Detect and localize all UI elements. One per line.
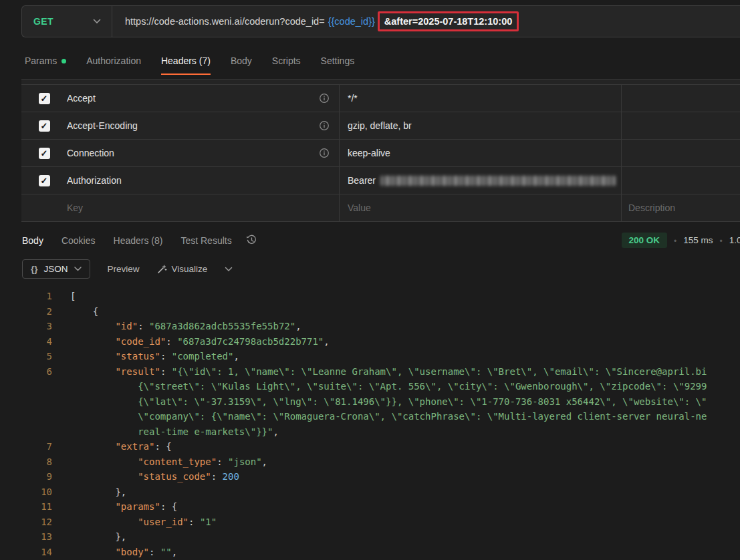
status-badge[interactable]: 200 OK [622,233,668,248]
response-tab-body[interactable]: Body [22,235,43,246]
checkbox-cell [21,175,67,186]
tab-label: Body [231,55,252,66]
tab-params[interactable]: Params [25,55,66,75]
row-checkbox[interactable] [39,175,50,186]
code-line: 4 "code_id": "687a3d7c24798acb5d22b771", [0,334,740,349]
value-cell: Bearer [340,167,622,194]
code-line: {\"street\": \"Kulas Light\", \"suite\":… [0,379,740,394]
key-cell: Connection [67,140,340,166]
value-placeholder[interactable]: Value [348,202,371,213]
separator-dot [720,235,723,246]
line-number: 6 [0,364,52,380]
tab-headers[interactable]: Headers (7) [161,55,211,75]
info-icon[interactable] [319,148,330,158]
code-line: 10 }, [0,484,740,500]
key-cell: Accept [67,85,340,112]
key-placeholder[interactable]: Key [67,202,83,213]
response-size[interactable]: 1.03 [729,235,740,245]
response-tab-headers[interactable]: Headers (8) [114,235,163,246]
line-number: 7 [0,439,52,454]
tab-label: Settings [321,55,355,66]
response-tab-test-results[interactable]: Test Results [180,235,231,246]
header-key[interactable]: Accept [67,93,96,104]
method-select[interactable]: GET [22,6,112,37]
redacted-token [380,176,616,186]
magic-wand-icon [157,264,167,274]
header-row-empty: Key Value Description [21,194,740,222]
value-cell: gzip, deflate, br [340,112,622,139]
header-key[interactable]: Authorization [67,175,122,186]
tab-settings[interactable]: Settings [321,55,355,75]
line-number: 9 [0,469,52,484]
headers-table: Accept */* Accept-Encoding gzip, deflate… [21,79,740,222]
format-select[interactable]: {} JSON [22,259,90,279]
value-cell: Value [340,194,622,221]
code-line: \"company\": {\"name\": \"Romaguera-Cron… [0,409,740,424]
line-number: 12 [0,515,52,530]
chevron-down-icon [93,19,101,24]
braces-icon: {} [31,264,38,274]
header-value[interactable]: Bearer [348,175,376,186]
header-row-authorization: Authorization Bearer [21,167,740,194]
description-cell[interactable] [622,85,740,112]
response-tab-cookies[interactable]: Cookies [61,235,96,246]
code-line: 5 "status": "completed", [0,349,740,364]
tab-label: Scripts [272,55,301,66]
description-cell[interactable] [622,112,740,139]
url-bar: GET https://code-actions.weni.ai/coderun… [21,5,740,37]
checkbox-cell [21,93,67,104]
tab-authorization[interactable]: Authorization [86,55,141,75]
line-number [0,409,52,424]
row-checkbox[interactable] [39,120,50,132]
url-variable: {{code_id}} [328,16,375,27]
url-input[interactable]: https://code-actions.weni.ai/coderun?cod… [112,11,519,31]
url-base-text: https://code-actions.weni.ai/coderun?cod… [125,16,325,27]
line-number: 3 [0,319,52,334]
line-number: 13 [0,529,52,545]
postman-app: GET https://code-actions.weni.ai/coderun… [0,5,740,559]
key-cell: Accept-Encoding [67,112,340,139]
visualize-button[interactable]: Visualize [157,264,208,274]
header-value[interactable]: gzip, deflate, br [348,120,412,131]
header-row-accept: Accept */* [21,85,740,112]
header-row-connection: Connection keep-alive [21,140,740,167]
tab-body[interactable]: Body [231,55,252,75]
key-cell: Key [67,194,340,221]
chevron-down-icon [74,267,82,271]
code-line: 9 "status_code": 200 [0,469,740,484]
preview-button[interactable]: Preview [108,264,140,274]
line-number [0,379,52,394]
header-value[interactable]: keep-alive [348,148,390,158]
chevron-down-icon[interactable] [225,267,233,272]
response-tabs: Body Cookies Headers (8) Test Results 20… [22,233,740,248]
tab-label: Authorization [86,55,141,66]
line-number: 5 [0,349,52,364]
url-highlight-annotation: &after=2025-07-18T12:10:00 [378,11,519,31]
header-value[interactable]: */* [348,93,358,104]
code-line: 11 "params": { [0,499,740,515]
row-checkbox[interactable] [39,93,50,104]
response-time[interactable]: 155 ms [683,235,713,245]
line-number: 2 [0,304,52,319]
info-icon[interactable] [319,120,330,131]
description-placeholder[interactable]: Description [628,202,675,213]
value-cell: keep-alive [340,140,622,166]
code-line: 1[ [0,289,740,304]
description-cell[interactable] [622,140,740,166]
value-cell: */* [340,85,622,112]
params-green-dot-icon [61,59,66,63]
history-icon[interactable] [246,235,257,246]
description-cell[interactable] [622,167,740,194]
code-line: 8 "content_type": "json", [0,454,740,470]
visualize-label: Visualize [172,264,208,274]
row-checkbox[interactable] [39,148,50,159]
response-json-viewer[interactable]: 1[2 {3 "id": "687a3d862adcb5535fe55b72",… [0,289,740,559]
tab-scripts[interactable]: Scripts [272,55,301,75]
header-key[interactable]: Accept-Encoding [67,120,138,131]
header-key[interactable]: Connection [67,148,114,158]
preview-label: Preview [108,264,140,274]
code-line: 13 }, [0,529,740,545]
info-icon[interactable] [319,93,330,104]
tab-label: Params [25,55,57,66]
checkbox-cell [21,148,67,159]
